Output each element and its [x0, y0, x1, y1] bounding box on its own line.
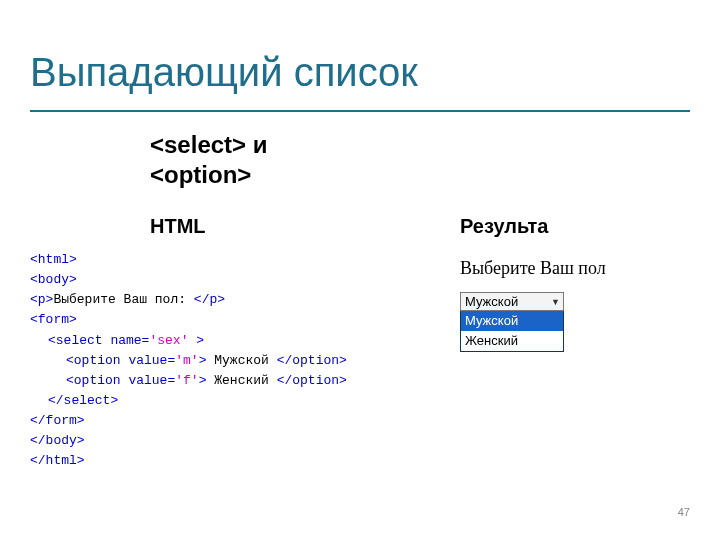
- column-label-html: HTML: [150, 215, 206, 238]
- code-tag: </option>: [277, 373, 347, 388]
- slide-title: Выпадающий список: [30, 50, 418, 95]
- code-tag: >: [188, 333, 204, 348]
- code-tag: </option>: [277, 353, 347, 368]
- code-tag: <form>: [30, 312, 77, 327]
- select-options-list: Мужской Женский: [460, 311, 564, 352]
- code-tag: </p>: [194, 292, 225, 307]
- subtitle-line1: <select> и: [150, 131, 268, 158]
- column-label-result: Результа: [460, 215, 548, 238]
- select-display[interactable]: Мужской ▼: [460, 292, 564, 311]
- code-block: <html> <body> <p>Выберите Ваш пол: </p> …: [30, 250, 430, 472]
- code-tag: </form>: [30, 413, 85, 428]
- code-tag: </body>: [30, 433, 85, 448]
- chevron-down-icon: ▼: [551, 297, 560, 307]
- code-tag: <html>: [30, 252, 77, 267]
- decorative-wave: [0, 0, 720, 40]
- code-tag: <select name=: [48, 333, 149, 348]
- code-tag: <body>: [30, 272, 77, 287]
- title-underline: [30, 110, 690, 112]
- code-value: 'f': [175, 373, 198, 388]
- page-number: 47: [678, 506, 690, 518]
- code-tag: <option value=: [66, 353, 175, 368]
- code-tag: <option value=: [66, 373, 175, 388]
- code-value: 'sex': [149, 333, 188, 348]
- code-text: Выберите Ваш пол:: [53, 292, 193, 307]
- code-value: 'm': [175, 353, 198, 368]
- select-dropdown[interactable]: Мужской ▼ Мужской Женский: [460, 292, 564, 352]
- code-tag: <p>: [30, 292, 53, 307]
- slide-subtitle: <select> и <option>: [150, 130, 268, 190]
- select-option-female[interactable]: Женский: [461, 331, 563, 351]
- code-text: Женский: [206, 373, 276, 388]
- code-tag: </select>: [48, 393, 118, 408]
- code-tag: </html>: [30, 453, 85, 468]
- code-text: Мужской: [206, 353, 276, 368]
- select-selected-value: Мужской: [465, 294, 518, 309]
- select-option-male[interactable]: Мужской: [461, 311, 563, 331]
- result-prompt: Выберите Ваш пол: [460, 258, 606, 279]
- subtitle-line2: <option>: [150, 161, 251, 188]
